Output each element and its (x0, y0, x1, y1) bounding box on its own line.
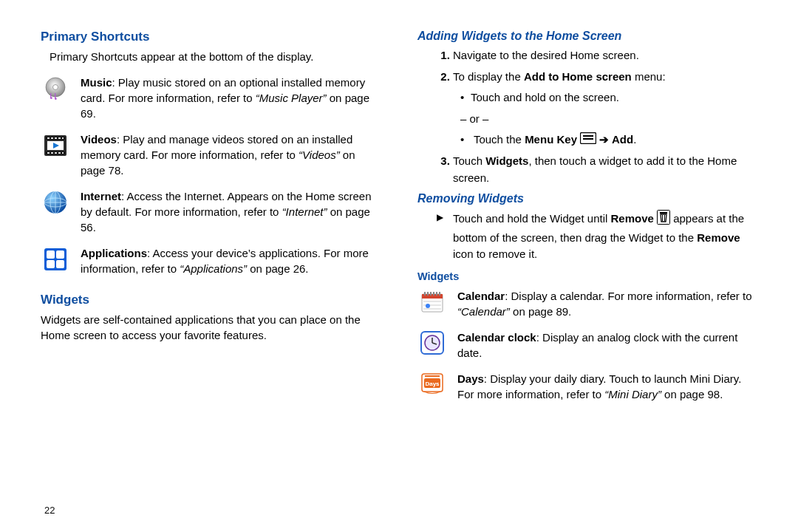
svg-rect-6 (51, 137, 53, 139)
svg-rect-13 (58, 152, 61, 154)
removing-item: Touch and hold the Widget until Remove a… (453, 210, 757, 263)
svg-rect-24 (47, 260, 55, 268)
step-3: Touch Widgets, then touch a widget to ad… (453, 153, 757, 186)
step-2-subs: Touch and hold on the screen. (453, 89, 757, 106)
widget-calendar: Calendar: Display a calendar. For more i… (417, 288, 757, 319)
svg-rect-5 (47, 137, 50, 139)
heading-adding-widgets: Adding Widgets to the Home Screen (417, 30, 757, 43)
svg-rect-23 (56, 250, 64, 259)
menu-key-icon (580, 132, 596, 149)
svg-rect-40 (439, 292, 440, 296)
svg-rect-9 (62, 137, 64, 139)
svg-rect-27 (583, 135, 593, 137)
svg-rect-11 (51, 152, 53, 154)
shortcut-videos: Videos: Play and manage videos stored on… (41, 132, 381, 178)
removing-list: Touch and hold the Widget until Remove a… (417, 210, 757, 263)
heading-primary-shortcuts: Primary Shortcuts (41, 30, 381, 44)
svg-rect-12 (55, 152, 57, 154)
globe-icon (41, 188, 70, 235)
widget-calendar-text: Calendar: Display a calendar. For more i… (457, 288, 757, 319)
svg-rect-25 (56, 260, 64, 268)
trash-icon (657, 210, 670, 230)
heading-widgets-list: Widgets (417, 270, 757, 282)
svg-point-44 (426, 304, 430, 308)
calendar-icon (417, 288, 447, 319)
sub-menu-key: Touch the Menu Key ➔ Add. (460, 132, 757, 149)
widget-days: Days Days: Display your daily diary. Tou… (417, 371, 757, 402)
svg-rect-10 (47, 152, 50, 154)
svg-rect-30 (660, 212, 667, 214)
shortcut-music-text: Music: Play music stored on an optional … (81, 75, 381, 121)
step-1: Navigate to the desired Home screen. (453, 47, 757, 64)
page-number: 22 (44, 505, 55, 516)
svg-rect-7 (55, 137, 57, 139)
svg-rect-37 (430, 292, 432, 296)
widget-days-text: Days: Display your daily diary. Touch to… (457, 371, 757, 402)
step-2-subs-b: Touch the Menu Key ➔ Add. (453, 132, 757, 149)
svg-rect-38 (433, 292, 434, 296)
shortcut-internet: Internet: Access the Internet. Appears o… (41, 188, 381, 235)
videos-icon (41, 132, 70, 178)
svg-text:Days: Days (425, 381, 440, 387)
shortcut-music: Music: Play music stored on an optional … (41, 75, 381, 121)
svg-rect-39 (436, 292, 437, 296)
widget-calendar-clock: Calendar clock: Display an analog clock … (417, 330, 757, 361)
svg-rect-8 (58, 137, 61, 139)
sub-touch-hold: Touch and hold on the screen. (460, 89, 757, 106)
svg-rect-52 (425, 375, 440, 377)
shortcut-internet-text: Internet: Access the Internet. Appears o… (81, 188, 381, 235)
shortcut-videos-text: Videos: Play and manage videos stored on… (81, 132, 381, 178)
apps-icon (41, 245, 70, 276)
or-separator: – or – (460, 111, 757, 128)
shortcut-applications: Applications: Access your device’s appli… (41, 245, 381, 276)
calendar-clock-icon (417, 330, 447, 361)
svg-rect-36 (427, 292, 429, 296)
manual-page: Primary Shortcuts Primary Shortcuts appe… (0, 0, 798, 532)
shortcut-apps-text: Applications: Access your device’s appli… (81, 245, 381, 276)
heading-removing-widgets: Removing Widgets (417, 192, 757, 205)
svg-rect-22 (47, 250, 55, 259)
music-icon (41, 75, 70, 121)
step-2: To display the Add to Home screen menu: … (453, 69, 757, 149)
svg-rect-35 (424, 292, 426, 296)
adding-steps: Navigate to the desired Home screen. To … (417, 47, 757, 186)
primary-intro: Primary Shortcuts appear at the bottom o… (50, 49, 381, 64)
widgets-intro: Widgets are self-contained applications … (41, 312, 381, 343)
svg-rect-28 (583, 138, 593, 140)
widget-calendar-clock-text: Calendar clock: Display an analog clock … (457, 330, 757, 361)
days-icon: Days (417, 371, 447, 402)
right-column: Adding Widgets to the Home Screen Naviga… (417, 30, 757, 517)
heading-widgets: Widgets (41, 293, 381, 307)
svg-point-1 (53, 85, 58, 90)
left-column: Primary Shortcuts Primary Shortcuts appe… (41, 30, 381, 517)
svg-rect-14 (62, 152, 64, 154)
